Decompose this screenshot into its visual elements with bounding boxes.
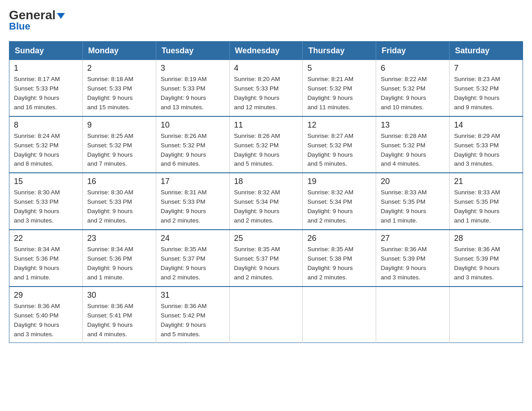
day-info: Sunrise: 8:36 AM Sunset: 5:39 PM Dayligh…	[381, 245, 445, 283]
header-saturday: Saturday	[450, 42, 523, 60]
logo-general: General	[9, 9, 65, 21]
day-info: Sunrise: 8:33 AM Sunset: 5:35 PM Dayligh…	[381, 188, 445, 226]
header-wednesday: Wednesday	[229, 42, 303, 60]
day-cell: 18 Sunrise: 8:32 AM Sunset: 5:34 PM Dayl…	[229, 173, 303, 230]
day-number: 23	[87, 234, 151, 243]
day-info: Sunrise: 8:33 AM Sunset: 5:35 PM Dayligh…	[454, 188, 518, 226]
day-cell: 9 Sunrise: 8:25 AM Sunset: 5:32 PM Dayli…	[82, 116, 156, 173]
day-cell: 5 Sunrise: 8:21 AM Sunset: 5:32 PM Dayli…	[303, 60, 376, 116]
header-sunday: Sunday	[9, 42, 83, 60]
day-cell	[376, 287, 450, 343]
day-number: 12	[307, 120, 371, 130]
header-tuesday: Tuesday	[156, 42, 229, 60]
day-cell: 8 Sunrise: 8:24 AM Sunset: 5:32 PM Dayli…	[9, 116, 83, 173]
day-number: 10	[161, 120, 225, 130]
day-number: 18	[234, 177, 298, 186]
day-cell: 12 Sunrise: 8:27 AM Sunset: 5:32 PM Dayl…	[303, 116, 376, 173]
day-number: 27	[381, 234, 445, 243]
day-cell: 14 Sunrise: 8:29 AM Sunset: 5:33 PM Dayl…	[450, 116, 523, 173]
day-cell: 21 Sunrise: 8:33 AM Sunset: 5:35 PM Dayl…	[450, 173, 523, 230]
week-row-4: 22 Sunrise: 8:34 AM Sunset: 5:36 PM Dayl…	[9, 230, 523, 287]
day-cell: 7 Sunrise: 8:23 AM Sunset: 5:32 PM Dayli…	[450, 60, 523, 116]
day-cell: 3 Sunrise: 8:19 AM Sunset: 5:33 PM Dayli…	[156, 60, 229, 116]
day-cell: 22 Sunrise: 8:34 AM Sunset: 5:36 PM Dayl…	[9, 230, 83, 287]
day-number: 29	[14, 291, 78, 300]
week-row-3: 15 Sunrise: 8:30 AM Sunset: 5:33 PM Dayl…	[9, 173, 523, 230]
day-number: 1	[14, 64, 78, 73]
day-cell: 1 Sunrise: 8:17 AM Sunset: 5:33 PM Dayli…	[9, 60, 83, 116]
day-info: Sunrise: 8:30 AM Sunset: 5:33 PM Dayligh…	[87, 188, 151, 226]
day-info: Sunrise: 8:27 AM Sunset: 5:32 PM Dayligh…	[307, 132, 371, 169]
day-info: Sunrise: 8:24 AM Sunset: 5:32 PM Dayligh…	[14, 132, 78, 169]
day-cell	[303, 287, 376, 343]
day-number: 22	[14, 234, 78, 243]
day-info: Sunrise: 8:35 AM Sunset: 5:38 PM Dayligh…	[307, 245, 371, 283]
day-cell: 19 Sunrise: 8:32 AM Sunset: 5:34 PM Dayl…	[303, 173, 376, 230]
day-info: Sunrise: 8:22 AM Sunset: 5:32 PM Dayligh…	[381, 75, 445, 112]
day-info: Sunrise: 8:28 AM Sunset: 5:32 PM Dayligh…	[381, 132, 445, 169]
day-cell: 29 Sunrise: 8:36 AM Sunset: 5:40 PM Dayl…	[9, 287, 83, 343]
day-info: Sunrise: 8:32 AM Sunset: 5:34 PM Dayligh…	[307, 188, 371, 226]
day-cell: 31 Sunrise: 8:36 AM Sunset: 5:42 PM Dayl…	[156, 287, 229, 343]
day-cell: 15 Sunrise: 8:30 AM Sunset: 5:33 PM Dayl…	[9, 173, 83, 230]
day-number: 17	[161, 177, 225, 186]
day-number: 3	[161, 64, 225, 73]
day-cell: 20 Sunrise: 8:33 AM Sunset: 5:35 PM Dayl…	[376, 173, 450, 230]
day-number: 21	[454, 177, 518, 186]
day-info: Sunrise: 8:17 AM Sunset: 5:33 PM Dayligh…	[14, 75, 78, 112]
day-info: Sunrise: 8:36 AM Sunset: 5:40 PM Dayligh…	[14, 302, 78, 339]
day-cell: 10 Sunrise: 8:26 AM Sunset: 5:32 PM Dayl…	[156, 116, 229, 173]
day-info: Sunrise: 8:34 AM Sunset: 5:36 PM Dayligh…	[87, 245, 151, 283]
day-cell: 26 Sunrise: 8:35 AM Sunset: 5:38 PM Dayl…	[303, 230, 376, 287]
day-cell: 4 Sunrise: 8:20 AM Sunset: 5:33 PM Dayli…	[229, 60, 303, 116]
day-cell: 11 Sunrise: 8:26 AM Sunset: 5:32 PM Dayl…	[229, 116, 303, 173]
day-cell: 30 Sunrise: 8:36 AM Sunset: 5:41 PM Dayl…	[82, 287, 156, 343]
day-info: Sunrise: 8:26 AM Sunset: 5:32 PM Dayligh…	[234, 132, 298, 169]
day-info: Sunrise: 8:35 AM Sunset: 5:37 PM Dayligh…	[234, 245, 298, 283]
logo-blue: Blue	[9, 21, 30, 32]
header-monday: Monday	[82, 42, 156, 60]
day-cell	[450, 287, 523, 343]
week-row-2: 8 Sunrise: 8:24 AM Sunset: 5:32 PM Dayli…	[9, 116, 523, 173]
day-number: 30	[87, 291, 151, 300]
day-number: 31	[161, 291, 225, 300]
day-number: 15	[14, 177, 78, 186]
day-number: 11	[234, 120, 298, 130]
day-info: Sunrise: 8:19 AM Sunset: 5:33 PM Dayligh…	[161, 75, 225, 112]
day-info: Sunrise: 8:25 AM Sunset: 5:32 PM Dayligh…	[87, 132, 151, 169]
day-cell: 23 Sunrise: 8:34 AM Sunset: 5:36 PM Dayl…	[82, 230, 156, 287]
day-number: 6	[381, 64, 445, 73]
day-number: 14	[454, 120, 518, 130]
day-number: 7	[454, 64, 518, 73]
day-info: Sunrise: 8:35 AM Sunset: 5:37 PM Dayligh…	[161, 245, 225, 283]
day-info: Sunrise: 8:20 AM Sunset: 5:33 PM Dayligh…	[234, 75, 298, 112]
day-number: 26	[307, 234, 371, 243]
day-info: Sunrise: 8:36 AM Sunset: 5:39 PM Dayligh…	[454, 245, 518, 283]
day-info: Sunrise: 8:26 AM Sunset: 5:32 PM Dayligh…	[161, 132, 225, 169]
day-cell: 17 Sunrise: 8:31 AM Sunset: 5:33 PM Dayl…	[156, 173, 229, 230]
day-info: Sunrise: 8:21 AM Sunset: 5:32 PM Dayligh…	[307, 75, 371, 112]
calendar-table: SundayMondayTuesdayWednesdayThursdayFrid…	[9, 41, 523, 343]
day-number: 20	[381, 177, 445, 186]
calendar-header-row: SundayMondayTuesdayWednesdayThursdayFrid…	[9, 42, 523, 60]
day-cell: 16 Sunrise: 8:30 AM Sunset: 5:33 PM Dayl…	[82, 173, 156, 230]
page-header: General Blue	[9, 9, 523, 32]
day-info: Sunrise: 8:23 AM Sunset: 5:32 PM Dayligh…	[454, 75, 518, 112]
day-number: 9	[87, 120, 151, 130]
day-number: 25	[234, 234, 298, 243]
day-cell	[229, 287, 303, 343]
day-info: Sunrise: 8:31 AM Sunset: 5:33 PM Dayligh…	[161, 188, 225, 226]
day-info: Sunrise: 8:32 AM Sunset: 5:34 PM Dayligh…	[234, 188, 298, 226]
week-row-1: 1 Sunrise: 8:17 AM Sunset: 5:33 PM Dayli…	[9, 60, 523, 116]
day-cell: 13 Sunrise: 8:28 AM Sunset: 5:32 PM Dayl…	[376, 116, 450, 173]
day-info: Sunrise: 8:34 AM Sunset: 5:36 PM Dayligh…	[14, 245, 78, 283]
day-number: 16	[87, 177, 151, 186]
day-cell: 6 Sunrise: 8:22 AM Sunset: 5:32 PM Dayli…	[376, 60, 450, 116]
header-thursday: Thursday	[303, 42, 376, 60]
day-number: 4	[234, 64, 298, 73]
day-info: Sunrise: 8:36 AM Sunset: 5:41 PM Dayligh…	[87, 302, 151, 339]
day-cell: 28 Sunrise: 8:36 AM Sunset: 5:39 PM Dayl…	[450, 230, 523, 287]
week-row-5: 29 Sunrise: 8:36 AM Sunset: 5:40 PM Dayl…	[9, 287, 523, 343]
day-number: 24	[161, 234, 225, 243]
day-number: 19	[307, 177, 371, 186]
